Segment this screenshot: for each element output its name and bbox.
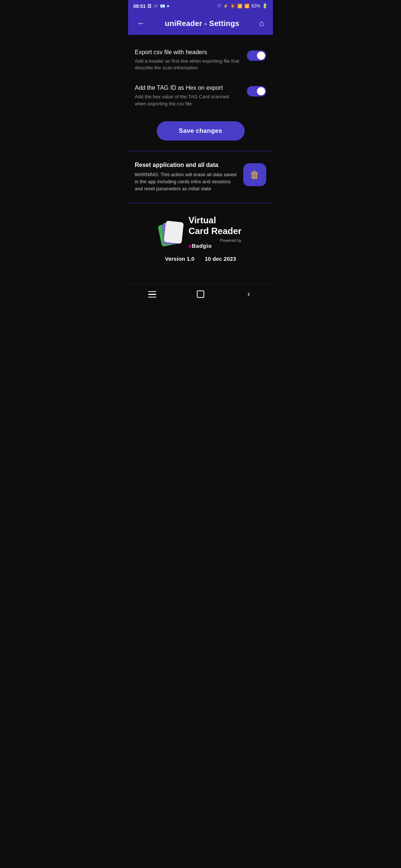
company-name: eBadgio <box>189 243 242 249</box>
brand-title: VirtualCard Reader <box>189 215 242 237</box>
menu-line-3 <box>148 297 156 298</box>
status-time-area: 08:51 🖼 14' 📧 <box>133 3 169 9</box>
reset-warning: WARNING: This action will erase all data… <box>135 171 237 193</box>
main-content: Export csv file with headers Add a heade… <box>128 35 273 151</box>
reset-text-area: Reset application and all data WARNING: … <box>135 162 243 193</box>
csv-export-text: Export csv file with headers Add a heade… <box>135 49 247 71</box>
tag-hex-desc: Add the hex value of the TAG Card scanne… <box>135 93 241 107</box>
card-front-layer <box>164 220 184 244</box>
status-photo-icon: 🖼 <box>147 4 151 8</box>
menu-line-1 <box>148 291 156 292</box>
wifi-icon: 📶 <box>237 4 242 9</box>
csv-export-toggle-container <box>247 49 266 61</box>
app-logo-icon <box>160 219 183 245</box>
tag-hex-toggle[interactable] <box>247 86 266 96</box>
signal-icon: 📶 <box>244 4 250 9</box>
square-home-icon <box>197 290 204 298</box>
reset-button[interactable]: 🗑 <box>243 163 266 186</box>
status-dot <box>167 5 169 7</box>
bluetooth-icon: ⚡ <box>223 4 228 9</box>
csv-export-toggle[interactable] <box>247 50 266 61</box>
bottom-nav: ‹ <box>128 284 273 304</box>
footer-branding: VirtualCard Reader Powered by eBadgio Ve… <box>128 203 273 269</box>
version-row: Version 1.0 10 dec 2023 <box>165 256 236 262</box>
app-bar: ← uniReader - Settings ⌂ <box>128 12 273 35</box>
status-bar: 08:51 🖼 14' 📧 🛡 ⚡ 🔇 📶 📶 62% 🔋 <box>128 0 273 12</box>
tag-hex-toggle-container <box>247 85 266 96</box>
status-right-icons: 🛡 ⚡ 🔇 📶 📶 62% 🔋 <box>217 3 268 9</box>
nav-back-button[interactable]: ‹ <box>241 286 257 302</box>
menu-lines-icon <box>148 291 156 298</box>
battery-icon: 🔋 <box>262 3 268 9</box>
status-time: 08:51 <box>133 3 146 9</box>
reset-title: Reset application and all data <box>135 162 237 168</box>
battery-percent: 62% <box>251 3 260 9</box>
nav-home-button[interactable] <box>192 286 209 302</box>
mute-icon: 🔇 <box>230 4 235 9</box>
tag-hex-setting: Add the TAG ID as Hex on export Add the … <box>135 78 266 114</box>
version-date: 10 dec 2023 <box>205 256 236 262</box>
version-label: Version 1.0 <box>165 256 194 262</box>
save-changes-button[interactable]: Save changes <box>157 121 245 141</box>
status-msg-icon: 📧 <box>160 4 165 9</box>
home-button[interactable]: ⌂ <box>257 16 266 30</box>
ebadgio-rest: Badgio <box>192 243 212 249</box>
back-arrow-icon: ← <box>137 19 145 28</box>
tag-hex-title: Add the TAG ID as Hex on export <box>135 85 241 91</box>
brand-name-block: VirtualCard Reader Powered by eBadgio <box>189 215 242 249</box>
nav-menu-button[interactable] <box>144 286 160 302</box>
trash-icon: 🗑 <box>250 169 260 181</box>
powered-by-text: Powered by <box>189 238 242 243</box>
app-bar-title: uniReader - Settings <box>165 19 239 28</box>
brand-row: VirtualCard Reader Powered by eBadgio <box>160 215 242 249</box>
back-button[interactable]: ← <box>135 16 147 30</box>
shield-icon: 🛡 <box>217 4 221 8</box>
home-icon: ⌂ <box>259 19 264 28</box>
menu-line-2 <box>148 294 156 295</box>
save-button-container: Save changes <box>135 114 266 151</box>
tag-hex-text: Add the TAG ID as Hex on export Add the … <box>135 85 247 107</box>
back-chevron-icon: ‹ <box>247 289 250 299</box>
status-notif-icon: 14' <box>153 4 158 8</box>
csv-export-desc: Add a header as first line when exportin… <box>135 58 241 71</box>
csv-export-setting: Export csv file with headers Add a heade… <box>135 42 266 78</box>
csv-export-title: Export csv file with headers <box>135 49 241 56</box>
reset-section: Reset application and all data WARNING: … <box>128 151 273 203</box>
